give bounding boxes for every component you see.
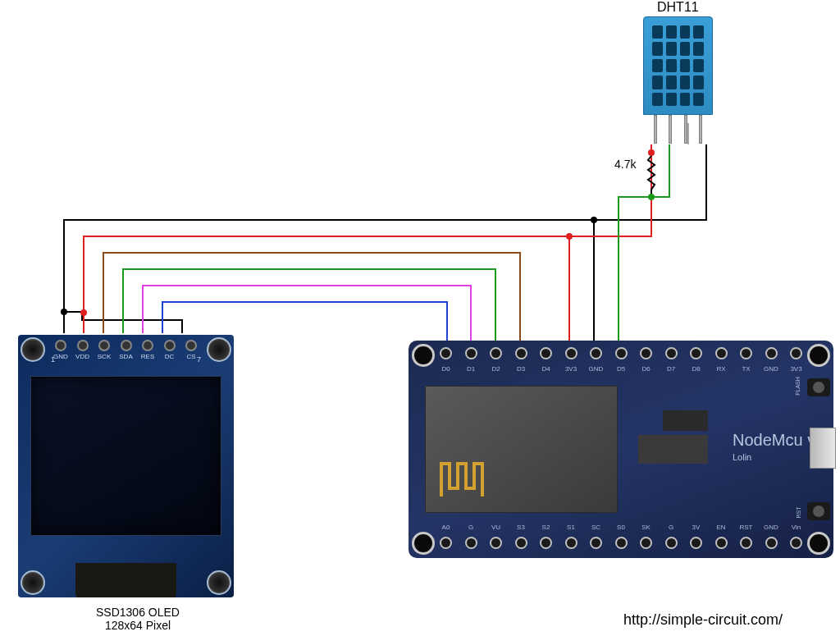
nodemcu-pins-top: D0 D1 D2 D3 D4 3V3 GND D5 D6 D7 D8 RX TX… <box>440 347 802 362</box>
junction <box>648 149 655 156</box>
oled-pin-res: RES <box>141 353 154 360</box>
website-url: http://simple-circuit.com/ <box>623 611 783 629</box>
flash-button[interactable] <box>807 378 830 396</box>
dht-pin-vcc <box>654 115 657 144</box>
dht11-label: DHT11 <box>657 0 699 15</box>
junction <box>566 233 573 240</box>
oled-subtitle-text: 128x64 Pixel <box>76 619 199 632</box>
junction <box>61 309 67 315</box>
dht11-sensor <box>643 16 713 148</box>
dht-pin-nc <box>684 115 687 144</box>
oled-pin-sck: SCK <box>98 353 111 360</box>
esp8266-module <box>425 386 618 513</box>
oled-caption: SSD1306 OLED 128x64 Pixel <box>76 606 199 632</box>
reset-button-label: RST <box>796 507 801 519</box>
dht-pin-data <box>669 115 672 144</box>
oled-edge-number-7: 7 <box>197 355 201 364</box>
junction <box>591 217 597 223</box>
nodemcu-pins-bottom: A0 G VU S3 S2 S1 SC S0 SK G 3V EN RST GN… <box>440 537 802 551</box>
micro-usb-port <box>810 428 836 469</box>
reset-button[interactable] <box>807 502 830 520</box>
oled-pin-cs: CS <box>186 353 195 360</box>
wifi-antenna-icon <box>437 460 486 501</box>
oled-pin-dc: DC <box>165 353 175 360</box>
dht-pin-gnd <box>699 115 702 144</box>
oled-pin-gnd: GND <box>53 353 68 360</box>
oled-pin-sda: SDA <box>119 353 132 360</box>
oled-pin-header: GND VDD SCK SDA RES DC CS <box>55 340 197 356</box>
oled-pin-vdd: VDD <box>75 353 89 360</box>
ssd1306-oled: 1 7 GND VDD SCK SDA RES DC CS <box>18 335 234 597</box>
oled-screen <box>30 376 221 536</box>
nodemcu-v3-board: D0 D1 D2 D3 D4 3V3 GND D5 D6 D7 D8 RX TX… <box>409 341 833 558</box>
oled-title-text: SSD1306 OLED <box>76 606 199 619</box>
resistor-value-label: 4.7k <box>614 158 636 171</box>
flash-button-label: FLASH <box>795 377 801 396</box>
junction <box>648 194 655 200</box>
junction <box>80 309 87 316</box>
dht11-body <box>643 16 713 115</box>
